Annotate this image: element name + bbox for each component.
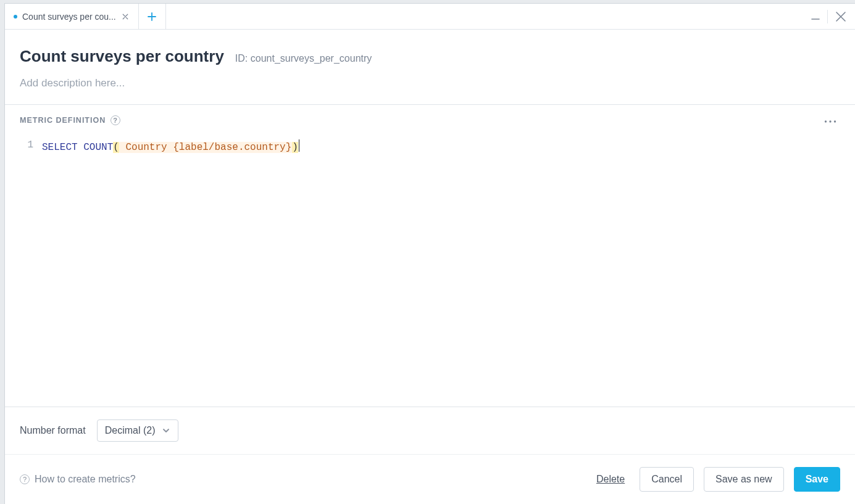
number-format-value: Decimal (2) [105, 425, 156, 436]
save-button[interactable]: Save [794, 467, 840, 492]
tab-bar: Count surveys per cou... [5, 4, 855, 30]
metric-title[interactable]: Count surveys per country [20, 47, 224, 66]
metric-header: Count surveys per country ID: count_surv… [5, 30, 855, 105]
keyword-select: SELECT [42, 142, 78, 153]
cancel-button[interactable]: Cancel [640, 467, 694, 492]
metric-id: ID: count_surveys_per_country [235, 53, 372, 64]
delete-link[interactable]: Delete [596, 474, 625, 485]
tab-label: Count surveys per cou... [22, 12, 116, 22]
description-input[interactable]: Add description here... [20, 77, 840, 89]
chevron-down-icon [162, 426, 170, 435]
save-as-new-button[interactable]: Save as new [704, 467, 784, 492]
divider [827, 10, 828, 23]
editor-window: Count surveys per cou... Count surveys p… [4, 3, 855, 504]
code-line-1: 1 SELECT COUNT( Country {label/base.coun… [20, 139, 840, 153]
attribute-token[interactable]: Country {label/base.country} [119, 142, 292, 153]
help-link[interactable]: ? How to create metrics? [20, 474, 136, 485]
paren-close: ) [292, 142, 298, 153]
number-format-select[interactable]: Decimal (2) [97, 419, 178, 442]
close-window-icon[interactable] [834, 10, 848, 23]
maql-editor[interactable]: 1 SELECT COUNT( Country {label/base.coun… [5, 127, 855, 407]
metric-definition-header: METRIC DEFINITION ? [5, 105, 855, 127]
code-content[interactable]: SELECT COUNT( Country {label/base.countr… [42, 139, 299, 153]
help-text: How to create metrics? [35, 474, 136, 485]
text-cursor [299, 139, 300, 152]
window-controls [803, 4, 855, 29]
unsaved-dot-icon [14, 15, 17, 19]
svg-point-1 [829, 120, 831, 122]
svg-point-0 [825, 120, 827, 122]
paren-open: ( [113, 142, 119, 153]
add-tab-button[interactable] [139, 4, 166, 29]
keyword-count: COUNT [83, 142, 113, 153]
number-format-label: Number format [20, 425, 86, 436]
tab-count-surveys[interactable]: Count surveys per cou... [5, 4, 139, 29]
number-format-row: Number format Decimal (2) [5, 407, 855, 455]
help-icon: ? [20, 474, 30, 484]
more-menu-icon[interactable] [820, 114, 840, 127]
minimize-icon[interactable] [810, 11, 821, 22]
help-icon[interactable]: ? [111, 115, 120, 125]
footer: ? How to create metrics? Delete Cancel S… [5, 455, 855, 504]
metric-definition-label: METRIC DEFINITION [20, 116, 106, 125]
svg-point-2 [834, 120, 836, 122]
close-tab-icon[interactable] [121, 12, 130, 21]
line-number: 1 [20, 139, 42, 151]
